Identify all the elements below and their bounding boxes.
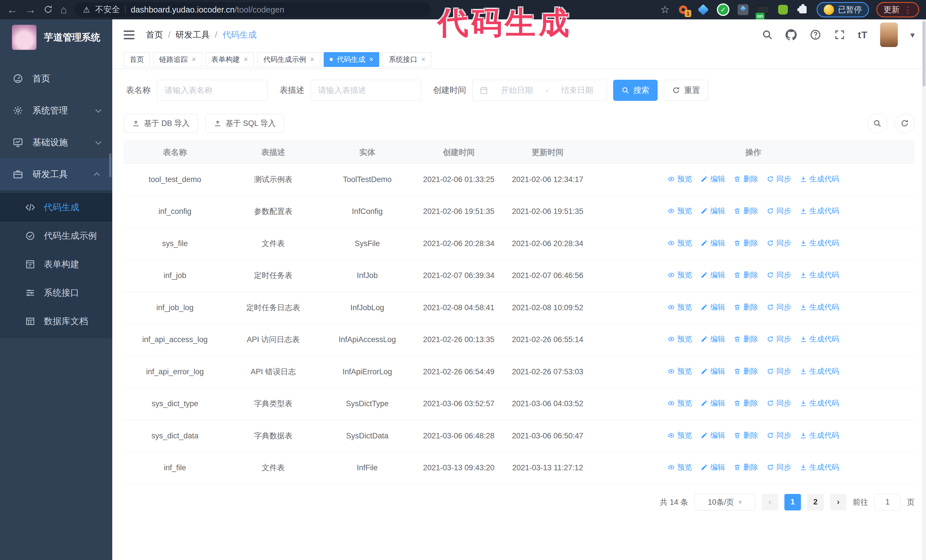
preview-link[interactable]: 预览 bbox=[667, 397, 692, 409]
tab-form-builder[interactable]: 表单构建× bbox=[206, 52, 254, 67]
breadcrumb-devtools[interactable]: 研发工具 bbox=[176, 29, 210, 41]
submenu-item-db-doc[interactable]: 数据库文档 bbox=[0, 307, 112, 335]
sync-link[interactable]: 同步 bbox=[767, 269, 791, 281]
hamburger-icon[interactable] bbox=[124, 30, 135, 39]
db-import-button[interactable]: 基于 DB 导入 bbox=[124, 114, 198, 133]
delete-link[interactable]: 删除 bbox=[734, 205, 758, 216]
sync-link[interactable]: 同步 bbox=[767, 365, 791, 377]
close-icon[interactable]: × bbox=[244, 55, 248, 63]
delete-link[interactable]: 删除 bbox=[734, 237, 758, 249]
reload-icon[interactable] bbox=[43, 5, 53, 15]
sync-link[interactable]: 同步 bbox=[767, 301, 791, 313]
extensions-puzzle-icon[interactable] bbox=[797, 3, 809, 16]
end-date-placeholder[interactable]: 结束日期 bbox=[555, 85, 600, 96]
prev-page-button[interactable]: ‹ bbox=[762, 494, 778, 510]
generate-code-link[interactable]: 生成代码 bbox=[800, 205, 839, 216]
close-icon[interactable]: × bbox=[369, 55, 374, 63]
submenu-item-system-api[interactable]: 系统接口 bbox=[0, 279, 112, 307]
forward-icon[interactable]: → bbox=[25, 4, 36, 15]
user-avatar[interactable] bbox=[880, 23, 898, 47]
sync-link[interactable]: 同步 bbox=[767, 173, 791, 184]
preview-link[interactable]: 预览 bbox=[667, 365, 692, 377]
tab-codegen-example[interactable]: 代码生成示例× bbox=[257, 52, 320, 67]
start-date-placeholder[interactable]: 开始日期 bbox=[494, 85, 539, 96]
edit-link[interactable]: 编辑 bbox=[701, 397, 725, 409]
edit-link[interactable]: 编辑 bbox=[701, 205, 725, 216]
sidebar-item-system[interactable]: 系统管理 bbox=[0, 95, 112, 127]
profile-paused-button[interactable]: 已暂停 bbox=[817, 2, 869, 17]
generate-code-link[interactable]: 生成代码 bbox=[800, 462, 839, 473]
edit-link[interactable]: 编辑 bbox=[701, 365, 725, 377]
sync-link[interactable]: 同步 bbox=[767, 205, 791, 216]
close-icon[interactable]: × bbox=[192, 55, 196, 63]
edit-link[interactable]: 编辑 bbox=[701, 301, 725, 313]
extension-icon-green-check[interactable]: ✓ bbox=[717, 3, 729, 16]
sidebar-item-infra[interactable]: 基础设施 bbox=[0, 127, 112, 158]
avatar-caret-icon[interactable]: ▾ bbox=[910, 30, 915, 40]
toggle-search-button[interactable] bbox=[867, 113, 887, 133]
page-size-select[interactable]: 10条/页 ▾ bbox=[694, 494, 755, 510]
page-button-2[interactable]: 2 bbox=[807, 494, 824, 510]
extension-icon-gem[interactable] bbox=[697, 3, 710, 16]
next-page-button[interactable]: › bbox=[830, 494, 846, 510]
delete-link[interactable]: 删除 bbox=[734, 397, 758, 409]
delete-link[interactable]: 删除 bbox=[734, 462, 758, 473]
page-scrollbar[interactable] bbox=[922, 20, 926, 560]
home-icon[interactable]: ⌂ bbox=[61, 4, 67, 15]
delete-link[interactable]: 删除 bbox=[734, 333, 758, 345]
tab-trace[interactable]: 链路追踪× bbox=[153, 52, 202, 67]
preview-link[interactable]: 预览 bbox=[667, 333, 692, 345]
sidebar-item-home[interactable]: 首页 bbox=[0, 63, 112, 95]
github-icon[interactable] bbox=[785, 29, 797, 41]
fullscreen-icon[interactable] bbox=[834, 29, 845, 41]
generate-code-link[interactable]: 生成代码 bbox=[800, 237, 839, 249]
refresh-table-button[interactable] bbox=[895, 113, 915, 133]
sync-link[interactable]: 同步 bbox=[767, 430, 791, 441]
close-icon[interactable]: × bbox=[421, 55, 425, 63]
generate-code-link[interactable]: 生成代码 bbox=[800, 333, 839, 345]
delete-link[interactable]: 删除 bbox=[734, 269, 758, 281]
generate-code-link[interactable]: 生成代码 bbox=[800, 430, 839, 441]
delete-link[interactable]: 删除 bbox=[734, 301, 758, 313]
date-range-picker[interactable]: 开始日期 - 结束日期 bbox=[472, 80, 607, 101]
generate-code-link[interactable]: 生成代码 bbox=[800, 365, 839, 377]
preview-link[interactable]: 预览 bbox=[667, 269, 692, 281]
generate-code-link[interactable]: 生成代码 bbox=[800, 397, 839, 409]
preview-link[interactable]: 预览 bbox=[667, 237, 692, 249]
preview-link[interactable]: 预览 bbox=[667, 430, 692, 441]
delete-link[interactable]: 删除 bbox=[734, 173, 758, 184]
extension-icon-orange[interactable]: 1 bbox=[677, 3, 690, 16]
sync-link[interactable]: 同步 bbox=[767, 333, 791, 345]
delete-link[interactable]: 删除 bbox=[734, 365, 758, 377]
edit-link[interactable]: 编辑 bbox=[701, 237, 725, 249]
extension-icon-grid[interactable] bbox=[737, 3, 749, 16]
submenu-item-form-builder[interactable]: 表单构建 bbox=[0, 250, 112, 279]
sync-link[interactable]: 同步 bbox=[767, 237, 791, 249]
tab-home[interactable]: 首页 bbox=[124, 52, 150, 67]
help-icon[interactable] bbox=[809, 29, 822, 41]
generate-code-link[interactable]: 生成代码 bbox=[800, 173, 839, 184]
address-bar[interactable]: ⚠ 不安全 dashboard.yudao.iocoder.cn/tool/co… bbox=[74, 2, 431, 17]
back-icon[interactable]: ← bbox=[7, 4, 18, 15]
font-size-icon[interactable]: tT bbox=[858, 29, 868, 41]
edit-link[interactable]: 编辑 bbox=[701, 173, 725, 184]
preview-link[interactable]: 预览 bbox=[667, 173, 692, 184]
edit-link[interactable]: 编辑 bbox=[701, 333, 725, 345]
reset-button[interactable]: 重置 bbox=[664, 80, 708, 101]
bookmark-star-icon[interactable]: ☆ bbox=[660, 4, 670, 16]
preview-link[interactable]: 预览 bbox=[667, 301, 692, 313]
search-button[interactable]: 搜索 bbox=[613, 80, 658, 101]
chrome-menu-icon[interactable]: ⋮ bbox=[903, 5, 912, 15]
breadcrumb-home[interactable]: 首页 bbox=[146, 29, 163, 41]
extension-icon-green[interactable] bbox=[777, 3, 789, 16]
preview-link[interactable]: 预览 bbox=[667, 462, 692, 473]
table-desc-input[interactable] bbox=[310, 80, 421, 101]
search-icon[interactable] bbox=[762, 29, 773, 41]
delete-link[interactable]: 删除 bbox=[734, 430, 758, 441]
submenu-item-codegen[interactable]: 代码生成 bbox=[0, 193, 112, 222]
sql-import-button[interactable]: 基于 SQL 导入 bbox=[206, 114, 284, 133]
sync-link[interactable]: 同步 bbox=[767, 462, 791, 473]
chrome-update-button[interactable]: 更新⋮ bbox=[876, 2, 919, 17]
generate-code-link[interactable]: 生成代码 bbox=[800, 301, 839, 313]
submenu-item-codegen-example[interactable]: 代码生成示例 bbox=[0, 222, 112, 250]
